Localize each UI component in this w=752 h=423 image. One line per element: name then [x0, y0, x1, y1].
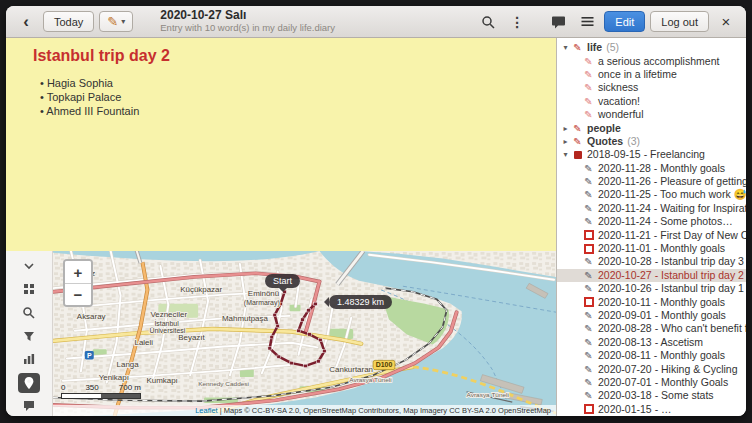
tree-item[interactable]: ✎once in a lifetime: [557, 68, 746, 81]
tree-item-label: 2020-09-01 - Monthly goals: [598, 309, 726, 322]
tree-item-label: a serious accomplishment: [598, 55, 719, 68]
zoom-in-button[interactable]: +: [65, 261, 91, 283]
zoom-out-button[interactable]: −: [65, 283, 91, 305]
attribution-text: | Maps © CC-BY-SA 2.0, OpenStreetMap Con…: [218, 406, 551, 415]
close-window-button[interactable]: ×: [714, 10, 738, 34]
tree-item[interactable]: ✎2020-10-27 - Istanbul trip day 2: [557, 269, 746, 282]
tree-item[interactable]: ✎2020-10-28 - Istanbul trip day 3: [557, 255, 746, 268]
page-subtitle: Entry with 10 word(s) in my daily life.d…: [160, 23, 335, 34]
route-point: [323, 349, 327, 352]
expander-icon[interactable]: ▸: [560, 135, 571, 148]
leaflet-link[interactable]: Leaflet: [195, 406, 218, 415]
entry-title: Istanbul trip day 2: [33, 47, 544, 65]
expander-icon[interactable]: ▾: [560, 41, 571, 54]
tree-item[interactable]: ✎2020-11-28 - Monthly goals: [557, 162, 746, 175]
tree-item[interactable]: 2020-10-11 - Monthly goals: [557, 295, 746, 308]
map-label: Aksaray: [77, 312, 106, 321]
map-label: Avrasya Tüneli: [349, 376, 391, 383]
menu-button[interactable]: ⋮: [505, 10, 529, 34]
tree-item-label: 2020-11-24 - Waiting for Inspiration…: [598, 202, 746, 215]
tree-item[interactable]: ✎2020-09-01 - Monthly goals: [557, 309, 746, 322]
parking-icon: P: [85, 351, 94, 359]
entry-bullet: Topkapi Palace: [40, 90, 544, 104]
tree-item[interactable]: ▸✎people: [557, 121, 746, 134]
tree-item[interactable]: ✎a serious accomplishment: [557, 54, 746, 67]
tree-item[interactable]: 2020-11-01 - Monthly goals: [557, 242, 746, 255]
close-icon: ×: [722, 13, 731, 30]
map-label: Avrasya Tüneli: [467, 391, 509, 398]
search-panel-button[interactable]: [18, 303, 40, 322]
tree-item[interactable]: ✎2020-07-01 - Monthly Goals: [557, 376, 746, 389]
diary-square-icon: [571, 151, 584, 159]
entry-pencil-icon: ✎: [582, 188, 595, 201]
chat-button[interactable]: [546, 10, 570, 34]
entry-pencil-icon: ✎: [582, 322, 595, 335]
tree-item-label: Quotes: [587, 135, 623, 148]
search-button[interactable]: [476, 10, 500, 34]
headerbar-title-block: 2020-10-27 Salı Entry with 10 word(s) in…: [160, 9, 335, 34]
map-label: Vezneciler: [150, 310, 187, 319]
tree-item[interactable]: ✎2020-08-13 - Ascetism: [557, 336, 746, 349]
tree-item[interactable]: ✎sickness: [557, 81, 746, 94]
tree-item[interactable]: ✎2020-08-11 - Monthly goals: [557, 349, 746, 362]
map-label: Kennedy Caddesi: [198, 381, 249, 388]
search-icon: [481, 15, 495, 29]
back-button[interactable]: ‹: [14, 10, 38, 34]
tree-item-label: life: [587, 41, 602, 54]
grid-view-button[interactable]: [18, 279, 40, 298]
tree-item[interactable]: ✎wonderful: [557, 108, 746, 121]
tree-item-label: 2020-11-26 - Pleasure of getting exac…: [598, 175, 746, 188]
back-icon: ‹: [23, 13, 29, 30]
filter-icon: [21, 328, 37, 344]
tree-item[interactable]: 2020-11-21 - First Day of New Covid R…: [557, 228, 746, 241]
tagchild-pencil-icon: ✎: [582, 81, 595, 94]
today-button-label: Today: [54, 16, 83, 28]
tree-item[interactable]: 2020-01-15 - …: [557, 403, 746, 416]
tree-item[interactable]: ✎2020-11-26 - Pleasure of getting exac…: [557, 175, 746, 188]
entry-pencil-icon: ✎: [582, 349, 595, 362]
expander-icon[interactable]: ▸: [560, 122, 571, 135]
entry-pencil-icon: ✎: [582, 389, 595, 402]
route-point: [297, 329, 301, 332]
route-point: [273, 313, 277, 316]
edit-button[interactable]: Edit: [604, 11, 645, 32]
tree-item[interactable]: ✎vacation!: [557, 95, 746, 108]
hamburger-icon: [581, 15, 594, 28]
map-label: Beyazıt: [178, 333, 205, 342]
tree-item[interactable]: ✎2020-11-25 - Too much work 😅: [557, 188, 746, 201]
comment-button[interactable]: [18, 397, 40, 416]
map[interactable]: D100 P AkdenizKüçükpazarEminönü(Marmaray…: [53, 251, 556, 416]
entry-editor[interactable]: Istanbul trip day 2 Hagia SophiaTopkapi …: [6, 38, 556, 251]
expander-icon[interactable]: ▾: [560, 148, 571, 161]
tree-item-label: people: [587, 122, 621, 135]
entry-pencil-icon: ✎: [582, 336, 595, 349]
tree-item[interactable]: ✎2020-07-20 - Hiking & Cycling: [557, 362, 746, 375]
today-button[interactable]: Today: [43, 11, 94, 32]
tree-item-label: 2020-11-21 - First Day of New Covid R…: [598, 229, 746, 242]
route-point: [290, 361, 294, 364]
chart-button[interactable]: [18, 350, 40, 369]
hamburger-menu-button[interactable]: [575, 10, 599, 34]
tree-item-label: 2020-07-20 - Hiking & Cycling: [598, 363, 737, 376]
collapse-panel-button[interactable]: [18, 256, 40, 275]
tag-pencil-icon: ✎: [571, 122, 584, 135]
tree-item-label: 2020-03-18 - Some stats: [598, 389, 714, 402]
edit-button-label: Edit: [615, 16, 634, 28]
tree-item[interactable]: ✎2020-10-26 - Istanbul trip day 1: [557, 282, 746, 295]
tree-item[interactable]: ▾2018-09-15 - Freelancing: [557, 148, 746, 161]
tree-item[interactable]: ✎2020-03-18 - Some stats: [557, 389, 746, 402]
grid-icon: [21, 281, 37, 297]
entry-pencil-icon: ✎: [582, 282, 595, 295]
tree-item[interactable]: ✎2020-11-24 - Some photos…: [557, 215, 746, 228]
tree-item[interactable]: ▾✎life(5): [557, 41, 746, 54]
tree-item[interactable]: ✎2020-11-24 - Waiting for Inspiration…: [557, 202, 746, 215]
map-view-button[interactable]: [18, 373, 40, 392]
tree-item-label: 2020-11-25 - Too much work 😅: [598, 188, 746, 201]
tree-item[interactable]: ✎2020-08-28 - Who can't benefit from …: [557, 322, 746, 335]
map-label: Küçükpazar: [180, 285, 222, 294]
map-label: Laleli: [135, 338, 154, 347]
filter-button[interactable]: [18, 326, 40, 345]
tree-item[interactable]: ▸✎Quotes(3): [557, 135, 746, 148]
logout-button[interactable]: Log out: [650, 11, 709, 32]
edit-tool-button[interactable]: ✎ ▾: [99, 11, 133, 32]
